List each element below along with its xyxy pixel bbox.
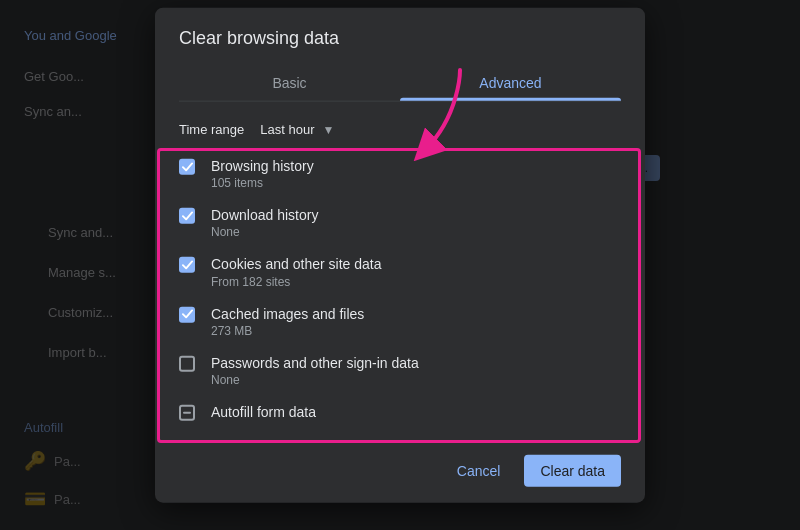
- browsing-history-subtitle: 105 items: [211, 176, 621, 190]
- time-range-select[interactable]: Last hour ▼: [260, 122, 334, 137]
- checkbox-passwords[interactable]: [179, 355, 197, 373]
- tab-basic[interactable]: Basic: [179, 65, 400, 101]
- passwords-subtitle: None: [211, 373, 621, 387]
- dialog-header: Clear browsing data Basic Advanced: [155, 8, 645, 102]
- cookies-text: Cookies and other site data From 182 sit…: [211, 255, 621, 288]
- passwords-text: Passwords and other sign-in data None: [211, 353, 621, 386]
- cached-subtitle: 273 MB: [211, 323, 621, 337]
- download-history-subtitle: None: [211, 225, 621, 239]
- cancel-button[interactable]: Cancel: [441, 455, 517, 487]
- item-cookies: Cookies and other site data From 182 sit…: [155, 247, 645, 296]
- dialog-footer: Cancel Clear data: [155, 443, 645, 503]
- dropdown-arrow-icon: ▼: [322, 122, 334, 136]
- item-cached: Cached images and files 273 MB: [155, 296, 645, 345]
- cookies-title: Cookies and other site data: [211, 255, 621, 273]
- dialog-body: Time range Last hour ▼ Browsing history …: [155, 102, 645, 443]
- checkbox-cached[interactable]: [179, 306, 197, 324]
- checkbox-browsing-history[interactable]: [179, 159, 197, 177]
- checkbox-download-history[interactable]: [179, 208, 197, 226]
- clear-data-button[interactable]: Clear data: [524, 455, 621, 487]
- download-history-text: Download history None: [211, 206, 621, 239]
- dialog-tabs: Basic Advanced: [179, 65, 621, 102]
- cached-text: Cached images and files 273 MB: [211, 304, 621, 337]
- item-browsing-history: Browsing history 105 items: [155, 149, 645, 198]
- tab-advanced[interactable]: Advanced: [400, 65, 621, 101]
- checkbox-autofill[interactable]: [179, 405, 197, 423]
- passwords-title: Passwords and other sign-in data: [211, 353, 621, 371]
- time-range-row: Time range Last hour ▼: [155, 114, 645, 149]
- checkbox-cookies[interactable]: [179, 257, 197, 275]
- cached-title: Cached images and files: [211, 304, 621, 322]
- browsing-history-title: Browsing history: [211, 157, 621, 175]
- autofill-text: Autofill form data: [211, 403, 621, 421]
- time-range-label: Time range: [179, 122, 244, 137]
- time-range-value: Last hour: [260, 122, 314, 137]
- clear-browsing-data-dialog: Clear browsing data Basic Advanced Time …: [155, 8, 645, 503]
- item-autofill: Autofill form data: [155, 395, 645, 431]
- browsing-history-text: Browsing history 105 items: [211, 157, 621, 190]
- item-download-history: Download history None: [155, 198, 645, 247]
- item-passwords: Passwords and other sign-in data None: [155, 345, 645, 394]
- cookies-subtitle: From 182 sites: [211, 274, 621, 288]
- checkbox-items-list: Browsing history 105 items Download hist…: [155, 149, 645, 435]
- download-history-title: Download history: [211, 206, 621, 224]
- autofill-title: Autofill form data: [211, 403, 621, 421]
- dialog-title: Clear browsing data: [179, 28, 621, 49]
